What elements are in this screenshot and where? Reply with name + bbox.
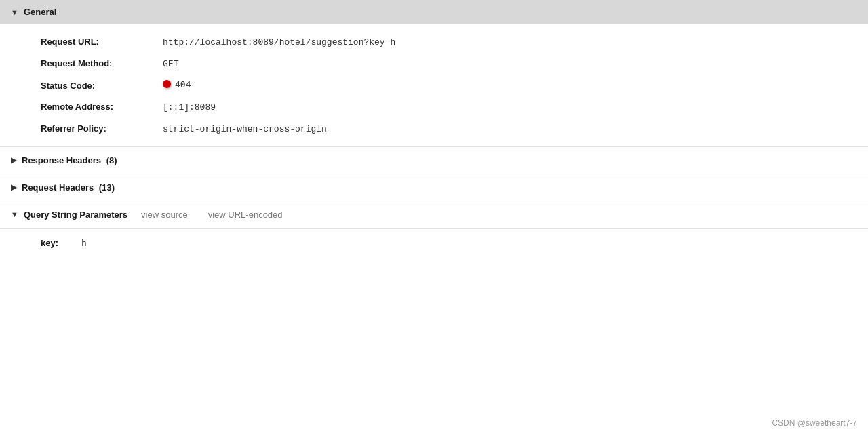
- request-headers-label: Request Headers (13): [22, 182, 115, 193]
- remote-address-row: Remote Address: [::1]:8089: [0, 96, 868, 118]
- query-string-content: key: h: [0, 229, 868, 258]
- referrer-policy-value: strict-origin-when-cross-origin: [163, 124, 327, 134]
- general-section-content: Request URL: http://localhost:8089/hotel…: [0, 24, 868, 147]
- query-string-links: view source view URL-encoded: [141, 210, 282, 220]
- status-code-value: 404: [175, 79, 191, 90]
- request-url-row: Request URL: http://localhost:8089/hotel…: [0, 31, 868, 53]
- referrer-policy-row: Referrer Policy: strict-origin-when-cros…: [0, 118, 868, 140]
- referrer-policy-label: Referrer Policy:: [41, 123, 163, 134]
- view-url-encoded-link[interactable]: view URL-encoded: [208, 210, 283, 220]
- remote-address-value: [::1]:8089: [163, 102, 216, 113]
- general-toggle-arrow: ▼: [11, 8, 18, 16]
- status-code-label: Status Code:: [41, 81, 163, 91]
- remote-address-label: Remote Address:: [41, 102, 163, 112]
- request-headers-toggle-arrow: ▶: [11, 183, 16, 192]
- response-headers-section[interactable]: ▶ Response Headers (8): [0, 147, 868, 174]
- query-string-header[interactable]: ▼ Query String Parameters view source vi…: [0, 201, 868, 229]
- request-url-value: http://localhost:8089/hotel/suggestion?k…: [163, 37, 395, 47]
- query-string-label: Query String Parameters: [24, 210, 127, 220]
- general-section-header[interactable]: ▼ General: [0, 0, 868, 24]
- query-key-label: key:: [41, 238, 81, 248]
- request-url-label: Request URL:: [41, 37, 163, 47]
- query-string-toggle-arrow: ▼: [11, 210, 18, 218]
- status-code-row: Status Code: 404: [0, 74, 868, 96]
- request-method-label: Request Method:: [41, 58, 163, 68]
- request-method-row: Request Method: GET: [0, 53, 868, 74]
- watermark: CSDN @sweetheart7-7: [772, 418, 857, 428]
- general-section: ▼ General Request URL: http://localhost:…: [0, 0, 868, 147]
- response-headers-toggle-arrow: ▶: [11, 156, 16, 165]
- view-source-link[interactable]: view source: [141, 210, 188, 220]
- query-key-row: key: h: [0, 234, 868, 252]
- status-error-icon: [163, 80, 171, 88]
- general-section-title: General: [24, 7, 56, 17]
- request-headers-section[interactable]: ▶ Request Headers (13): [0, 174, 868, 201]
- response-headers-label: Response Headers (8): [22, 155, 117, 165]
- request-method-value: GET: [163, 58, 178, 68]
- query-key-value: h: [81, 238, 87, 248]
- status-code-value-container: 404: [163, 79, 191, 90]
- query-string-section: ▼ Query String Parameters view source vi…: [0, 201, 868, 258]
